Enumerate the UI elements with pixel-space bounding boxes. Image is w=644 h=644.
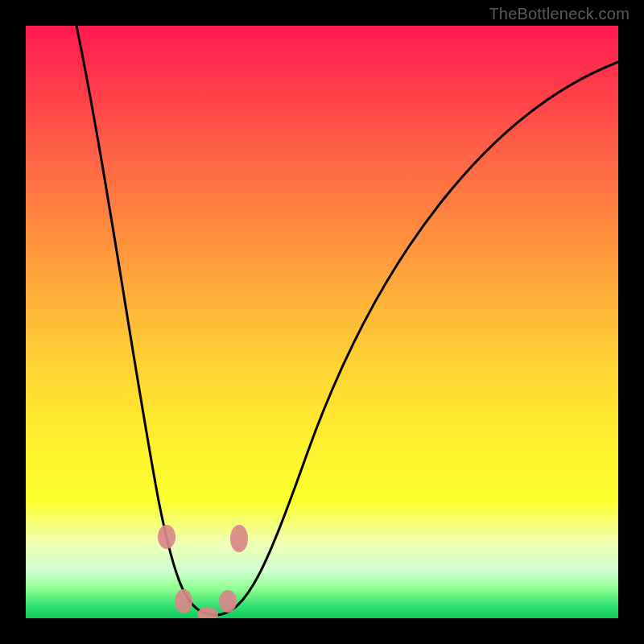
plot-area xyxy=(26,26,618,618)
chart-frame: TheBottleneck.com xyxy=(0,0,644,644)
curve-marker xyxy=(158,525,175,549)
curve-marker xyxy=(219,590,237,613)
curve-marker xyxy=(175,589,192,613)
chart-svg xyxy=(26,26,618,618)
watermark-text: TheBottleneck.com xyxy=(489,5,630,23)
curve-marker xyxy=(197,607,218,618)
markers-group xyxy=(158,525,248,618)
bottleneck-curve xyxy=(76,26,618,615)
curve-marker xyxy=(230,525,248,552)
